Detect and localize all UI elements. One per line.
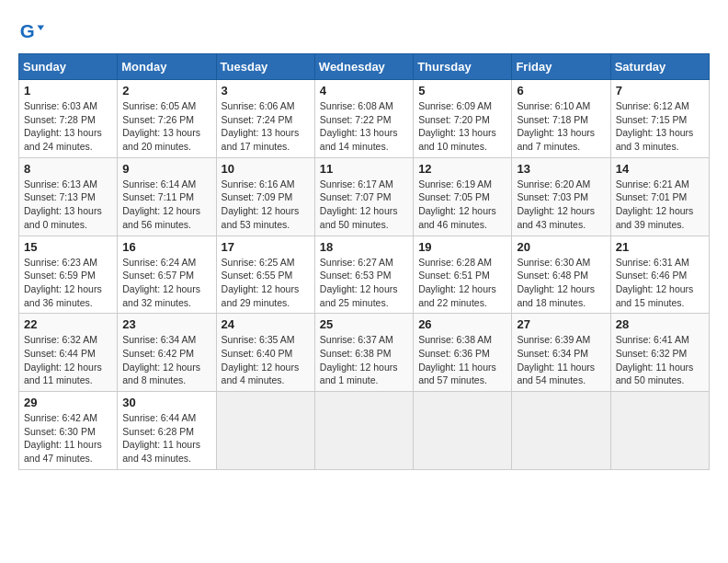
calendar-cell: 15Sunrise: 6:23 AM Sunset: 6:59 PM Dayli… xyxy=(19,236,118,314)
cell-content: Sunrise: 6:16 AM Sunset: 7:09 PM Dayligh… xyxy=(222,178,310,232)
calendar-cell: 5Sunrise: 6:09 AM Sunset: 7:20 PM Daylig… xyxy=(414,80,512,158)
calendar-cell: 24Sunrise: 6:35 AM Sunset: 6:40 PM Dayli… xyxy=(216,314,314,392)
cell-content: Sunrise: 6:25 AM Sunset: 6:55 PM Dayligh… xyxy=(222,256,310,310)
day-number: 29 xyxy=(24,396,112,409)
day-number: 3 xyxy=(222,84,310,98)
calendar-cell xyxy=(512,392,610,470)
day-number: 8 xyxy=(24,162,112,176)
cell-content: Sunrise: 6:31 AM Sunset: 6:46 PM Dayligh… xyxy=(616,256,704,310)
calendar-cell: 12Sunrise: 6:19 AM Sunset: 7:05 PM Dayli… xyxy=(414,157,512,236)
calendar-cell xyxy=(414,392,512,470)
day-number: 14 xyxy=(616,162,704,176)
day-number: 17 xyxy=(222,240,310,254)
calendar-cell xyxy=(610,392,709,470)
calendar-cell: 16Sunrise: 6:24 AM Sunset: 6:57 PM Dayli… xyxy=(118,236,216,314)
cell-content: Sunrise: 6:20 AM Sunset: 7:03 PM Dayligh… xyxy=(517,178,605,232)
day-number: 26 xyxy=(418,317,506,331)
weekday-header-monday: Monday xyxy=(118,54,216,80)
weekday-header-sunday: Sunday xyxy=(19,54,118,80)
calendar-cell: 17Sunrise: 6:25 AM Sunset: 6:55 PM Dayli… xyxy=(216,236,314,314)
calendar-week-3: 15Sunrise: 6:23 AM Sunset: 6:59 PM Dayli… xyxy=(19,236,710,314)
day-number: 28 xyxy=(616,317,704,331)
day-number: 10 xyxy=(222,162,310,176)
calendar-cell: 20Sunrise: 6:30 AM Sunset: 6:48 PM Dayli… xyxy=(512,236,610,314)
calendar-cell: 10Sunrise: 6:16 AM Sunset: 7:09 PM Dayli… xyxy=(216,157,314,236)
day-number: 11 xyxy=(320,162,408,176)
cell-content: Sunrise: 6:42 AM Sunset: 6:30 PM Dayligh… xyxy=(24,411,112,465)
day-number: 23 xyxy=(122,317,210,331)
cell-content: Sunrise: 6:38 AM Sunset: 6:36 PM Dayligh… xyxy=(418,333,506,387)
page-header: G xyxy=(18,18,710,44)
day-number: 5 xyxy=(418,84,506,98)
calendar-cell: 2Sunrise: 6:05 AM Sunset: 7:26 PM Daylig… xyxy=(118,80,216,158)
day-number: 2 xyxy=(122,84,210,98)
calendar-week-2: 8Sunrise: 6:13 AM Sunset: 7:13 PM Daylig… xyxy=(19,157,710,236)
cell-content: Sunrise: 6:12 AM Sunset: 7:15 PM Dayligh… xyxy=(616,99,704,154)
svg-text:G: G xyxy=(20,20,35,41)
cell-content: Sunrise: 6:32 AM Sunset: 6:44 PM Dayligh… xyxy=(24,333,112,387)
cell-content: Sunrise: 6:09 AM Sunset: 7:20 PM Dayligh… xyxy=(418,99,506,154)
calendar-cell: 7Sunrise: 6:12 AM Sunset: 7:15 PM Daylig… xyxy=(610,80,709,158)
calendar-cell: 4Sunrise: 6:08 AM Sunset: 7:22 PM Daylig… xyxy=(314,80,413,158)
day-number: 16 xyxy=(122,240,210,254)
calendar-cell: 1Sunrise: 6:03 AM Sunset: 7:28 PM Daylig… xyxy=(19,80,118,158)
cell-content: Sunrise: 6:44 AM Sunset: 6:28 PM Dayligh… xyxy=(122,411,210,465)
calendar-cell xyxy=(314,392,413,470)
calendar-cell: 22Sunrise: 6:32 AM Sunset: 6:44 PM Dayli… xyxy=(19,314,118,392)
day-number: 13 xyxy=(517,162,605,176)
weekday-header-wednesday: Wednesday xyxy=(314,54,413,80)
cell-content: Sunrise: 6:21 AM Sunset: 7:01 PM Dayligh… xyxy=(616,178,704,232)
cell-content: Sunrise: 6:19 AM Sunset: 7:05 PM Dayligh… xyxy=(418,178,506,232)
weekday-header-friday: Friday xyxy=(512,54,610,80)
day-number: 21 xyxy=(616,240,704,254)
cell-content: Sunrise: 6:34 AM Sunset: 6:42 PM Dayligh… xyxy=(122,333,210,387)
calendar-cell: 18Sunrise: 6:27 AM Sunset: 6:53 PM Dayli… xyxy=(314,236,413,314)
calendar-cell: 11Sunrise: 6:17 AM Sunset: 7:07 PM Dayli… xyxy=(314,157,413,236)
day-number: 25 xyxy=(320,317,408,331)
cell-content: Sunrise: 6:27 AM Sunset: 6:53 PM Dayligh… xyxy=(320,256,408,310)
calendar-cell xyxy=(216,392,314,470)
day-number: 20 xyxy=(517,240,605,254)
cell-content: Sunrise: 6:24 AM Sunset: 6:57 PM Dayligh… xyxy=(122,256,210,310)
calendar-week-4: 22Sunrise: 6:32 AM Sunset: 6:44 PM Dayli… xyxy=(19,314,710,392)
calendar-week-1: 1Sunrise: 6:03 AM Sunset: 7:28 PM Daylig… xyxy=(19,80,710,158)
day-number: 12 xyxy=(418,162,506,176)
calendar-cell: 14Sunrise: 6:21 AM Sunset: 7:01 PM Dayli… xyxy=(610,157,709,236)
day-number: 7 xyxy=(616,84,704,98)
calendar-cell: 26Sunrise: 6:38 AM Sunset: 6:36 PM Dayli… xyxy=(414,314,512,392)
calendar-cell: 3Sunrise: 6:06 AM Sunset: 7:24 PM Daylig… xyxy=(216,80,314,158)
day-number: 6 xyxy=(517,84,605,98)
calendar-cell: 19Sunrise: 6:28 AM Sunset: 6:51 PM Dayli… xyxy=(414,236,512,314)
day-number: 22 xyxy=(24,317,112,331)
day-number: 24 xyxy=(222,317,310,331)
calendar-week-5: 29Sunrise: 6:42 AM Sunset: 6:30 PM Dayli… xyxy=(19,392,710,470)
day-number: 15 xyxy=(24,240,112,254)
calendar-cell: 8Sunrise: 6:13 AM Sunset: 7:13 PM Daylig… xyxy=(19,157,118,236)
cell-content: Sunrise: 6:35 AM Sunset: 6:40 PM Dayligh… xyxy=(222,333,310,387)
day-number: 4 xyxy=(320,84,408,98)
calendar-table: SundayMondayTuesdayWednesdayThursdayFrid… xyxy=(18,53,710,470)
svg-marker-1 xyxy=(38,25,44,30)
calendar-cell: 9Sunrise: 6:14 AM Sunset: 7:11 PM Daylig… xyxy=(118,157,216,236)
weekday-header-thursday: Thursday xyxy=(414,54,512,80)
cell-content: Sunrise: 6:39 AM Sunset: 6:34 PM Dayligh… xyxy=(517,333,605,387)
cell-content: Sunrise: 6:14 AM Sunset: 7:11 PM Dayligh… xyxy=(122,178,210,232)
calendar-cell: 27Sunrise: 6:39 AM Sunset: 6:34 PM Dayli… xyxy=(512,314,610,392)
cell-content: Sunrise: 6:10 AM Sunset: 7:18 PM Dayligh… xyxy=(517,99,605,154)
cell-content: Sunrise: 6:23 AM Sunset: 6:59 PM Dayligh… xyxy=(24,256,112,310)
calendar-cell: 29Sunrise: 6:42 AM Sunset: 6:30 PM Dayli… xyxy=(19,392,118,470)
logo: G xyxy=(18,18,48,44)
day-number: 18 xyxy=(320,240,408,254)
weekday-header-tuesday: Tuesday xyxy=(216,54,314,80)
day-number: 27 xyxy=(517,317,605,331)
weekday-header-saturday: Saturday xyxy=(610,54,709,80)
day-number: 1 xyxy=(24,84,112,98)
weekday-header-row: SundayMondayTuesdayWednesdayThursdayFrid… xyxy=(19,54,710,80)
cell-content: Sunrise: 6:28 AM Sunset: 6:51 PM Dayligh… xyxy=(418,256,506,310)
day-number: 19 xyxy=(418,240,506,254)
cell-content: Sunrise: 6:17 AM Sunset: 7:07 PM Dayligh… xyxy=(320,178,408,232)
cell-content: Sunrise: 6:37 AM Sunset: 6:38 PM Dayligh… xyxy=(320,333,408,387)
day-number: 9 xyxy=(122,162,210,176)
cell-content: Sunrise: 6:06 AM Sunset: 7:24 PM Dayligh… xyxy=(222,99,310,154)
cell-content: Sunrise: 6:08 AM Sunset: 7:22 PM Dayligh… xyxy=(320,99,408,154)
